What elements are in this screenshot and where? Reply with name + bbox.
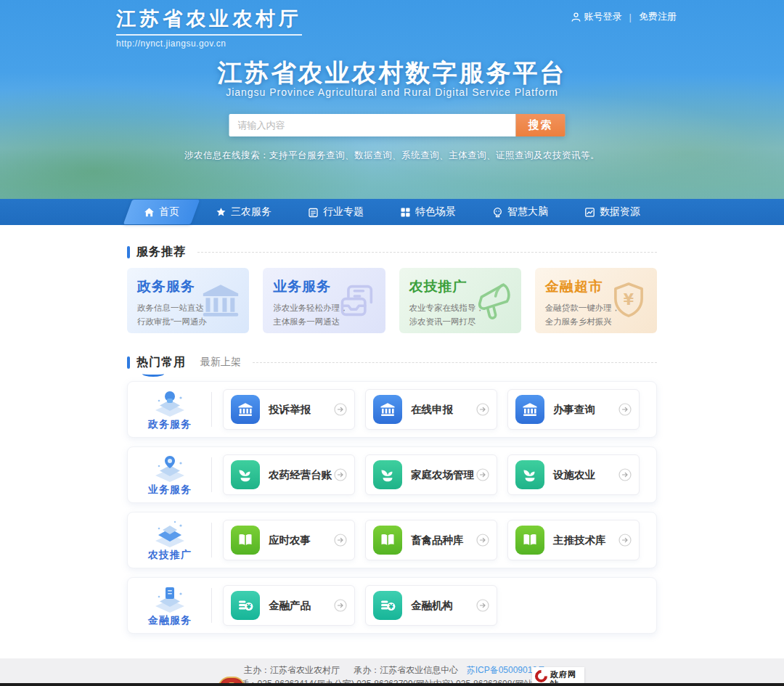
nav-item-scenes[interactable]: 特色场景 xyxy=(387,199,469,225)
item-financial-products[interactable]: ¥ 金融产品 xyxy=(223,585,355,626)
category-finance[interactable]: 金融服务 xyxy=(139,584,200,627)
login-link[interactable]: 账号登录 xyxy=(571,10,622,23)
main-content: 服务推荐 政务服务 政务信息一站直达， 行政审批"一网通办 业务服务 涉农业务轻… xyxy=(127,225,657,634)
category-3d-icon xyxy=(153,584,187,613)
coins-icon: ¥ xyxy=(231,591,260,620)
nav-label: 智慧大脑 xyxy=(507,205,548,219)
item-facility-agriculture[interactable]: 设施农业 xyxy=(507,454,640,495)
nav-item-brain[interactable]: 智慧大脑 xyxy=(479,199,561,225)
row-business-service: 业务服务 农药经营台账 家庭农场管理 设施农业 xyxy=(127,446,657,503)
sprout-icon xyxy=(373,460,402,489)
item-label: 投诉举报 xyxy=(269,403,334,417)
category-label: 金融服务 xyxy=(148,614,192,627)
recommend-section-header: 服务推荐 xyxy=(127,245,657,259)
search-bar: 搜索 xyxy=(229,114,565,136)
shield-yuan-icon: ¥ xyxy=(608,279,650,322)
bank-icon xyxy=(200,279,242,322)
login-label: 账号登录 xyxy=(584,10,622,23)
card-finance-supermarket[interactable]: 金融超市 金融贷款一键办理， 全力服务乡村振兴 ¥ xyxy=(535,268,657,333)
arrow-icon xyxy=(618,534,632,547)
bank-icon xyxy=(373,395,402,424)
arrow-icon xyxy=(476,468,489,481)
tab-newly-listed[interactable]: 最新上架 xyxy=(200,356,241,369)
arrow-icon xyxy=(618,468,632,481)
item-main-technology[interactable]: 主推技术库 xyxy=(507,520,640,560)
item-label: 设施农业 xyxy=(553,468,618,482)
item-livestock-breeds[interactable]: 畜禽品种库 xyxy=(365,520,497,560)
site-logo[interactable]: 江苏省农业农村厅 http://nynct.jiangsu.gov.cn xyxy=(116,6,302,49)
star-icon xyxy=(216,207,226,218)
footer-host: 主办：江苏省农业农村厅 xyxy=(244,665,340,675)
open-book-icon xyxy=(373,526,402,555)
nav-item-industry[interactable]: 行业专题 xyxy=(295,199,377,225)
arrow-icon xyxy=(476,534,489,547)
card-business-service[interactable]: 业务服务 涉农业务轻松办理， 主体服务一网通达 xyxy=(263,268,385,333)
arrow-icon xyxy=(476,599,489,612)
item-family-farm[interactable]: 家庭农场管理 xyxy=(365,454,497,495)
category-label: 政务服务 xyxy=(148,418,192,431)
vertical-divider xyxy=(211,457,212,492)
nav-item-home[interactable]: 首页 xyxy=(131,199,192,225)
category-business[interactable]: 业务服务 xyxy=(139,453,200,497)
register-link[interactable]: 免费注册 xyxy=(639,10,677,23)
item-affairs-inquiry[interactable]: 办事查询 xyxy=(507,389,640,430)
service-rows: 政务服务 投诉举报 在线申报 办事查询 xyxy=(127,381,657,634)
arrow-icon xyxy=(618,403,632,416)
inbox-doc-icon xyxy=(336,279,378,322)
nav-item-sannong[interactable]: 三农服务 xyxy=(203,199,285,225)
data-chart-icon xyxy=(584,207,595,218)
category-label: 农技推广 xyxy=(148,549,192,562)
platform-title: 江苏省农业农村数字服务平台 xyxy=(0,57,784,90)
nav-item-data[interactable]: 数据资源 xyxy=(571,199,653,225)
category-label: 业务服务 xyxy=(148,483,192,497)
search-input[interactable] xyxy=(229,114,516,136)
home-icon xyxy=(144,207,155,218)
row-items: ¥ 金融产品 ¥ 金融机构 xyxy=(223,585,497,626)
nav-label: 行业专题 xyxy=(323,205,364,219)
item-seasonal-farming[interactable]: 应时农事 xyxy=(223,520,355,560)
top-bar: 江苏省农业农村厅 http://nynct.jiangsu.gov.cn 账号登… xyxy=(116,6,677,49)
card-agritech-promotion[interactable]: 农技推广 农业专家在线指导， 涉农资讯一网打尽 xyxy=(399,268,521,333)
vertical-divider xyxy=(211,523,212,558)
category-government[interactable]: 政务服务 xyxy=(139,388,200,431)
row-finance-service: 金融服务 ¥ 金融产品 ¥ 金融机构 xyxy=(127,577,657,634)
item-label: 家庭农场管理 xyxy=(411,468,476,482)
tab-hot-label: 热门常用 xyxy=(136,356,186,368)
item-label: 金融机构 xyxy=(411,599,476,613)
nav-label: 数据资源 xyxy=(600,205,640,219)
item-financial-institutions[interactable]: ¥ 金融机构 xyxy=(365,585,497,626)
register-label: 免费注册 xyxy=(639,10,677,23)
grid-icon xyxy=(400,207,411,218)
tab-hot-common[interactable]: 热门常用 xyxy=(136,355,186,370)
item-label: 在线申报 xyxy=(411,403,476,417)
item-online-declaration[interactable]: 在线申报 xyxy=(365,389,497,430)
category-agritech[interactable]: 农技推广 xyxy=(139,518,200,562)
item-complaint-report[interactable]: 投诉举报 xyxy=(223,389,355,430)
item-pesticide-ledger[interactable]: 农药经营台账 xyxy=(223,454,355,495)
footer-line1: 主办：江苏省农业农村厅 承办：江苏省农业信息中心 苏ICP备05009012号 xyxy=(0,664,784,677)
bank-icon xyxy=(231,395,260,424)
logo-title: 江苏省农业农村厅 xyxy=(116,6,302,36)
vertical-divider xyxy=(211,588,212,623)
calendar-book-icon xyxy=(308,207,319,218)
sprout-icon xyxy=(515,460,544,489)
arrow-icon xyxy=(334,468,347,481)
svg-text:¥: ¥ xyxy=(624,291,634,309)
category-3d-icon xyxy=(153,518,187,547)
item-label: 畜禽品种库 xyxy=(411,534,476,547)
svg-text:¥: ¥ xyxy=(389,603,393,611)
arrow-icon xyxy=(334,534,347,547)
search-hint: 涉农信息在线搜索：支持平台服务查询、数据查询、系统查询、主体查询、证照查询及农技… xyxy=(0,150,784,162)
row-agritech-promotion: 农技推广 应时农事 畜禽品种库 主推技术库 xyxy=(127,512,657,568)
links-divider: | xyxy=(629,12,632,23)
search-button[interactable]: 搜索 xyxy=(516,114,565,136)
platform-subtitle: Jiangsu Province Agricultural and Rural … xyxy=(0,86,784,98)
bottom-edge-strip xyxy=(0,683,784,686)
hot-section-header: 热门常用 最新上架 xyxy=(127,355,657,369)
dashed-divider xyxy=(197,252,657,253)
item-label: 办事查询 xyxy=(553,403,618,417)
item-label: 主推技术库 xyxy=(553,534,618,547)
card-government-service[interactable]: 政务服务 政务信息一站直达， 行政审批"一网通办 xyxy=(127,268,249,333)
hero-banner: 江苏省农业农村厅 http://nynct.jiangsu.gov.cn 账号登… xyxy=(0,0,784,225)
open-book-icon xyxy=(515,526,544,555)
